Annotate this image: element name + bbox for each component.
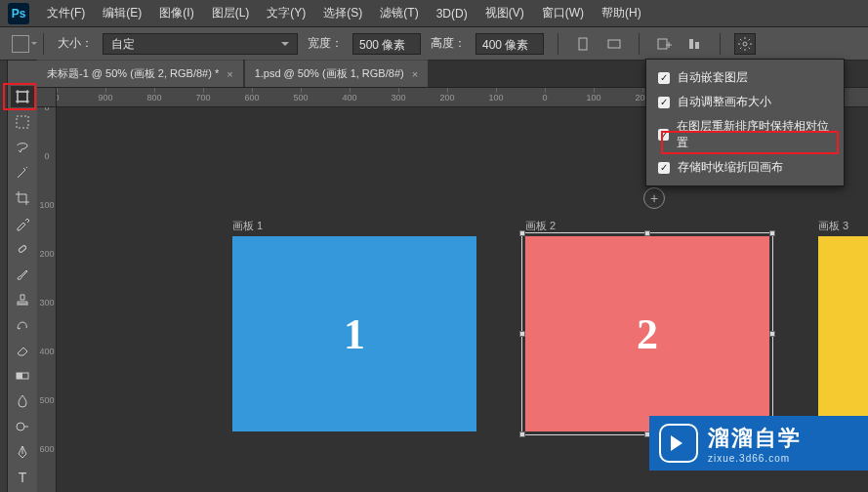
opt-keep-relative[interactable]: ✓在图层重新排序时保持相对位置	[646, 114, 844, 155]
add-artboard-icon[interactable]: +	[643, 187, 665, 209]
tools-panel: T	[8, 61, 37, 492]
resize-handle[interactable]	[519, 431, 525, 437]
menu-text[interactable]: 文字(Y)	[267, 5, 306, 21]
artboard-label[interactable]: 画板 2	[525, 219, 556, 233]
artboard-tool-icon[interactable]	[11, 86, 34, 107]
svg-rect-6	[695, 42, 699, 49]
width-input[interactable]: 500 像素	[352, 33, 421, 55]
menu-edit[interactable]: 编辑(E)	[103, 5, 142, 21]
size-mode-select[interactable]: 自定	[103, 33, 298, 55]
opt-label: 在图层重新排序时保持相对位置	[677, 118, 832, 151]
menu-select[interactable]: 选择(S)	[323, 5, 362, 21]
gear-icon[interactable]	[734, 33, 756, 55]
options-bar: 大小： 自定 宽度： 500 像素 高度： 400 像素	[0, 27, 868, 61]
svg-rect-13	[17, 116, 28, 128]
close-icon[interactable]: ×	[412, 68, 418, 80]
svg-rect-1	[608, 40, 620, 48]
menu-3d[interactable]: 3D(D)	[436, 7, 468, 20]
history-brush-tool-icon[interactable]	[11, 314, 34, 336]
menu-image[interactable]: 图像(I)	[159, 5, 193, 21]
ruler-vertical[interactable]: 00100200300400500600160	[37, 107, 57, 492]
size-label: 大小：	[58, 35, 93, 52]
opt-label: 存储时收缩折回画布	[678, 159, 783, 176]
brush-tool-icon[interactable]	[11, 264, 34, 285]
artboard-add-icon[interactable]	[653, 33, 675, 55]
play-icon	[659, 424, 698, 463]
checkbox-icon: ✓	[658, 162, 670, 174]
opt-label: 自动嵌套图层	[678, 69, 748, 86]
svg-point-17	[17, 423, 24, 430]
tab-label: 未标题-1 @ 50% (画板 2, RGB/8#) *	[47, 66, 219, 81]
checkbox-icon: ✓	[658, 97, 670, 108]
height-label: 高度：	[431, 35, 466, 52]
portrait-icon[interactable]	[572, 33, 594, 55]
crop-tool-icon[interactable]	[11, 187, 34, 209]
eyedropper-tool-icon[interactable]	[11, 213, 34, 234]
tab-label: 1.psd @ 50% (画板 1, RGB/8#)	[255, 66, 404, 81]
heal-tool-icon[interactable]	[11, 238, 34, 260]
artboard[interactable]: 画板 11	[232, 236, 476, 431]
text-tool-icon[interactable]: T	[11, 467, 34, 488]
artboard-options-dropdown: ✓自动嵌套图层 ✓自动调整画布大小 ✓在图层重新排序时保持相对位置 ✓存储时收缩…	[645, 59, 845, 186]
artboard-content	[818, 236, 868, 431]
resize-handle[interactable]	[769, 230, 775, 236]
panel-strip[interactable]	[0, 61, 8, 492]
close-icon[interactable]: ×	[227, 68, 232, 80]
tab-1psd[interactable]: 1.psd @ 50% (画板 1, RGB/8#) ×	[245, 60, 428, 87]
artboard-label[interactable]: 画板 1	[232, 219, 263, 233]
opt-auto-nest[interactable]: ✓自动嵌套图层	[646, 65, 844, 90]
stamp-tool-icon[interactable]	[11, 289, 34, 310]
watermark-url: zixue.3d66.com	[708, 453, 802, 464]
menu-file[interactable]: 文件(F)	[47, 5, 85, 21]
current-tool-icon[interactable]	[12, 35, 29, 53]
resize-handle[interactable]	[769, 331, 775, 337]
gradient-tool-icon[interactable]	[11, 365, 34, 387]
svg-rect-0	[579, 38, 587, 50]
marquee-tool-icon[interactable]	[11, 111, 34, 133]
ruler-corner	[37, 88, 57, 107]
opt-shrink-on-save[interactable]: ✓存储时收缩折回画布	[646, 155, 844, 180]
svg-rect-5	[689, 39, 693, 49]
wand-tool-icon[interactable]	[11, 162, 34, 184]
menu-filter[interactable]: 滤镜(T)	[380, 5, 418, 21]
artboard-content: 1	[232, 236, 476, 431]
svg-rect-8	[18, 92, 27, 102]
opt-auto-resize[interactable]: ✓自动调整画布大小	[646, 90, 844, 114]
menu-view[interactable]: 视图(V)	[485, 5, 524, 21]
svg-rect-16	[17, 373, 22, 379]
tab-untitled[interactable]: 未标题-1 @ 50% (画板 2, RGB/8#) * ×	[37, 60, 243, 87]
checkbox-icon: ✓	[658, 72, 670, 84]
artboard[interactable]: 画板 3	[818, 236, 868, 431]
svg-point-7	[743, 42, 747, 46]
menu-help[interactable]: 帮助(H)	[601, 5, 641, 21]
lasso-tool-icon[interactable]	[11, 137, 34, 158]
width-label: 宽度：	[308, 35, 343, 52]
align-icon[interactable]	[684, 33, 706, 55]
watermark: 溜溜自学 zixue.3d66.com	[649, 416, 868, 471]
blur-tool-icon[interactable]	[11, 390, 34, 412]
dodge-tool-icon[interactable]	[11, 416, 34, 437]
artboard-label[interactable]: 画板 3	[818, 219, 848, 233]
artboard[interactable]: 画板 22	[525, 236, 769, 431]
pen-tool-icon[interactable]	[11, 441, 34, 463]
opt-label: 自动调整画布大小	[678, 94, 771, 110]
ps-logo: Ps	[8, 3, 29, 24]
checkbox-icon: ✓	[658, 129, 669, 141]
eraser-tool-icon[interactable]	[11, 340, 34, 361]
svg-text:T: T	[19, 470, 27, 485]
artboard-content: 2	[525, 236, 769, 431]
watermark-title: 溜溜自学	[708, 424, 802, 453]
menu-layer[interactable]: 图层(L)	[212, 5, 250, 21]
height-input[interactable]: 400 像素	[475, 33, 544, 55]
menu-bar: Ps 文件(F) 编辑(E) 图像(I) 图层(L) 文字(Y) 选择(S) 滤…	[0, 0, 868, 27]
landscape-icon[interactable]	[603, 33, 625, 55]
menu-window[interactable]: 窗口(W)	[542, 5, 584, 21]
svg-rect-2	[658, 39, 667, 49]
svg-rect-14	[19, 245, 27, 253]
